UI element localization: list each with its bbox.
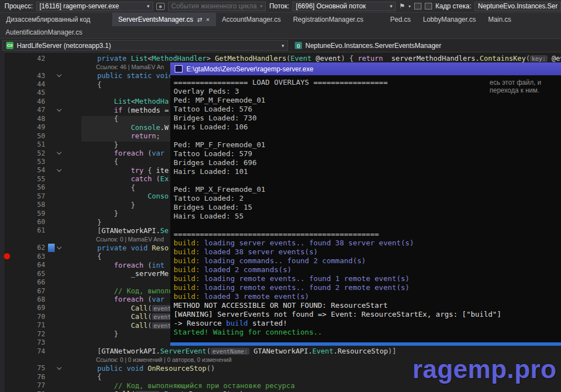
change-track-marker [48,355,55,364]
breakpoint-margin[interactable] [0,226,12,235]
tooltip-text-fragment: есь этот файл, и перехода к ним. [490,79,561,94]
console-line: Ped: MP_F_Freemode_01 [174,141,558,149]
breakpoint-margin[interactable] [0,89,12,97]
breakpoint-margin[interactable] [0,278,12,286]
thread-dropdown[interactable]: [6696] Основной поток ▾ [293,2,396,11]
fold-margin [55,183,64,192]
chevron-down-icon: ▾ [147,3,150,9]
breakpoint-margin[interactable] [0,390,12,392]
breakpoint-margin[interactable] [0,209,12,217]
breakpoint-margin[interactable] [0,114,12,123]
breakpoint-margin[interactable] [0,364,12,372]
breakpoint-margin[interactable] [0,217,12,226]
type-breadcrumb[interactable]: {} NeptuneEvo.Instances.ServerEventsMana… [295,42,441,50]
change-track-marker [48,226,55,235]
breakpoint-margin[interactable] [0,175,12,183]
tab-autentificationmanager[interactable]: AutentificationManager.cs [0,28,88,36]
stack-frame-dropdown[interactable]: NeptuneEvo.Instances.Ser [474,2,561,11]
tab-disassembly[interactable]: Дизассемблированный код [0,13,97,26]
breakpoint-margin[interactable] [0,321,12,330]
line-number: 53 [12,158,48,166]
fold-margin[interactable] [55,149,64,157]
code-text: { [64,252,102,260]
fold-chevron-icon[interactable] [57,72,61,77]
breakpoint-margin[interactable] [0,97,12,105]
fold-chevron-icon[interactable] [57,365,61,370]
breakpoint-margin[interactable] [0,192,12,200]
breakpoint-margin[interactable] [0,200,12,209]
breakpoint-margin[interactable] [0,295,12,303]
breakpoint-margin[interactable] [0,347,12,355]
codelens-text[interactable]: Ссылок: 0 | MamaEV And [64,236,164,243]
codelens-text[interactable]: Ссылок: 46 | MamaEV An [64,64,164,70]
breakpoint-dot[interactable] [4,253,10,259]
process-dropdown[interactable]: [16116] ragemp-server.exe ▾ [36,2,153,11]
breakpoint-margin[interactable] [0,338,12,346]
breakpoint-margin[interactable] [0,269,12,278]
console-title-bar[interactable]: E:\gtaMods\ZeroServer\ragemp-server.exe [170,62,561,75]
breakpoint-margin[interactable] [0,287,12,295]
fold-chevron-icon[interactable] [57,107,61,112]
flagged-threads-icon[interactable] [414,3,421,9]
fold-margin [55,62,64,71]
tab-ped[interactable]: Ped.cs [384,13,417,26]
console-line [174,176,558,185]
class-icon: {} [295,42,302,49]
fold-margin[interactable] [55,106,64,114]
fold-margin [55,330,64,338]
breakpoint-margin[interactable] [0,372,12,381]
change-track-marker [48,132,55,140]
line-number: 50 [12,132,48,140]
breakpoint-margin[interactable] [0,123,12,132]
breakpoint-margin[interactable] [0,71,12,80]
line-number: 52 [12,149,48,157]
tab-lobbymanager[interactable]: LobbyManager.cs [417,13,482,26]
line-number: 54 [12,166,48,174]
breakpoint-margin[interactable] [0,235,12,243]
breakpoint-margin[interactable] [0,183,12,192]
lifecycle-events-icon[interactable] [156,3,165,10]
tab-registrationmanager[interactable]: RegistrationManager.cs [287,13,370,26]
breakpoint-margin[interactable] [0,304,12,312]
tab-servereventsmanager[interactable]: ServerEventsManager.cs ⇄ × [112,13,216,26]
breakpoint-margin[interactable] [0,261,12,269]
fold-margin [55,157,64,166]
fold-chevron-icon[interactable] [57,150,61,154]
breakpoint-margin[interactable] [0,54,12,62]
tab-close-icon[interactable]: × [206,17,209,23]
breakpoint-margin[interactable] [0,132,12,140]
breakpoint-margin[interactable] [0,312,12,321]
breakpoint-margin[interactable] [0,80,12,88]
change-track-marker [48,149,55,157]
fold-chevron-icon[interactable] [57,167,61,172]
breakpoint-margin[interactable] [0,330,12,338]
tab-main[interactable]: Main.cs [482,13,517,26]
breakpoint-margin[interactable] [0,381,12,390]
breakpoint-margin[interactable] [0,244,12,252]
fold-chevron-icon[interactable] [57,245,61,249]
flag-icon[interactable]: ⚑ [399,2,405,10]
change-track-marker [48,140,55,148]
fold-margin[interactable] [55,244,64,252]
breakpoint-margin[interactable] [0,140,12,148]
fold-margin[interactable] [55,166,64,175]
fold-margin[interactable] [55,364,64,372]
breakpoint-margin[interactable] [0,166,12,175]
breakpoint-margin[interactable] [0,106,12,114]
breakpoint-margin[interactable] [0,355,12,364]
tab-accountmanager[interactable]: AccountManager.cs [216,13,287,26]
breakpoint-margin[interactable] [0,149,12,157]
console-line: Tattoo Loaded: 576 [174,105,558,114]
change-track-marker [48,304,55,312]
breakpoint-margin[interactable] [0,252,12,260]
breakpoint-margin[interactable] [0,157,12,166]
project-selector[interactable]: C# HardLifeServer (netcoreapp3.1) ▾ [2,40,288,51]
tab-swap-icon[interactable]: ⇄ [197,17,202,23]
threads-list-icon[interactable] [425,3,432,9]
change-track-marker [48,321,55,330]
flag-chevron-icon[interactable]: ▾ [409,4,411,9]
breakpoint-margin[interactable] [0,62,12,71]
codelens-text[interactable]: Ссылок: 0 | 0 изменений | 0 авторов, 0 и… [64,356,232,363]
console-line: Hairs Loaded: 55 [174,212,558,221]
fold-margin[interactable] [55,71,64,80]
